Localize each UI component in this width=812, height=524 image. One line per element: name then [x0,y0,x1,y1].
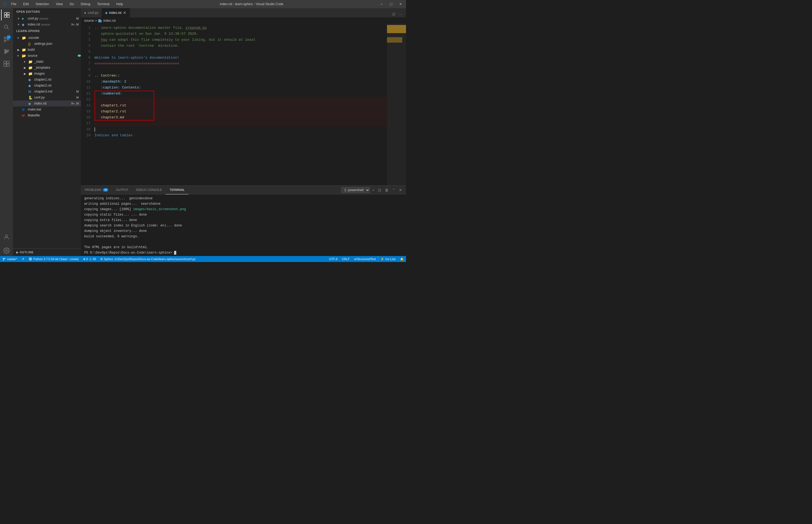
tab-terminal[interactable]: TERMINAL [166,186,189,194]
account-activity-icon[interactable] [1,233,12,244]
line-ending-status[interactable]: CRLF [340,256,352,262]
maximize-button[interactable]: □ [388,2,394,6]
expand-icon: ▾ [17,36,22,39]
make-bat-file[interactable]: ⊞ make.bat [13,107,81,112]
image-link[interactable]: images/basic_screenshot.png [133,208,186,211]
svg-line-11 [6,39,7,41]
menu-selection[interactable]: Selection [34,2,50,6]
python-env-status[interactable]: Python 3.7.5 64-bit ('base': conda) [26,256,81,262]
code-line-9: .. toctree:: [95,73,387,79]
language-mode-status[interactable]: reStructuredText [352,256,378,262]
svg-rect-14 [4,61,6,64]
static-folder[interactable]: ▾ 📁 _static [13,59,81,65]
menu-help[interactable]: Help [115,2,124,6]
encoding-status[interactable]: UTF-8 [327,256,339,262]
open-editors-header[interactable]: OPEN EDITORS [13,8,81,15]
open-editor-conf-py[interactable]: ✕ ● conf.py source M [13,15,81,21]
code-line-4: contain the root `toctree` directive. [95,43,387,49]
tab-debug-console[interactable]: DEBUG CONSOLE [132,186,166,194]
index-rst-file[interactable]: ◆ index.rst 9+, M [13,100,81,107]
git-branch-status[interactable]: master* [0,256,19,262]
tab-index-rst[interactable]: ◆ index.rst ✕ [102,8,130,17]
code-content[interactable]: .. learn-sphinx documentation master fil… [95,23,387,185]
split-terminal-icon[interactable]: ⊡ [377,187,383,193]
templates-folder[interactable]: ▶ 📁 _templates [13,65,81,70]
sync-status[interactable]: ↺ [19,256,26,262]
project-header[interactable]: LEARN-SPHINX [13,28,81,35]
terminal-dropdown[interactable]: 1: powershell [341,187,370,193]
add-terminal-icon[interactable]: + [371,187,376,193]
delete-terminal-icon[interactable]: 🗑 [384,187,390,193]
menu-file[interactable]: File [10,2,18,6]
minimize-button[interactable]: − [379,2,384,6]
sync-icon: ↺ [22,257,24,261]
menu-edit[interactable]: Edit [22,2,30,6]
menu-view[interactable]: View [54,2,64,6]
tab-close-button[interactable]: ✕ [123,11,126,15]
code-line-3: You can adapt this file completely to yo… [95,37,387,43]
menu-terminal[interactable]: Terminal [96,2,111,6]
sphinx-config-status[interactable]: ⚙ Sphinx: d:\DevOps\Repos\Docs-as-Code\l… [98,256,198,262]
code-line-16: chapter3.md [95,115,387,120]
makefile-file[interactable]: M Makefile [13,112,81,118]
rst-file-icon: ◆ [28,78,33,82]
menu-debug[interactable]: Debug [79,2,92,6]
build-folder[interactable]: ▶ 📁 build [13,47,81,53]
menu-go[interactable]: Go [68,2,75,6]
editor-content[interactable]: 12345 678910 1112131415 16171819 .. lear… [81,23,406,185]
settings-json-file[interactable]: {} settings.json [13,41,81,47]
errors-warnings-status[interactable]: ⊗ 0 ⚠ 48 [81,256,98,262]
code-line-19: Indices and tables [95,132,387,138]
code-line-5 [95,49,387,55]
chapter1-rst-file[interactable]: ◆ chapter1.rst [13,77,81,83]
menu-bar[interactable]: File Edit Selection View Go Debug Termin… [10,2,124,6]
source-folder[interactable]: ▾ 📂 source [13,53,81,59]
open-editors-list: ✕ ● conf.py source M ✕ ◆ index.rst sourc… [13,15,81,28]
folder-icon: 📁 [28,72,33,76]
svg-rect-2 [4,15,6,17]
source-control-activity-icon[interactable]: 17 [1,34,12,45]
open-editor-index-rst[interactable]: ✕ ◆ index.rst source 9+, M [13,21,81,28]
chapter2-rst-file[interactable]: ◆ chapter2.rst [13,83,81,88]
svg-rect-16 [4,64,6,66]
tab-output[interactable]: OUTPUT [112,186,132,194]
notifications-status[interactable]: 🔔 [398,256,406,262]
code-line-7: ======================================== [95,61,387,67]
close-panel-icon[interactable]: ✕ [398,187,403,193]
index-rst-modified: 9+, M [71,23,81,26]
more-actions-icon[interactable]: ··· [398,11,403,17]
search-activity-icon[interactable] [1,22,12,33]
collapsed-icon: ▶ [24,72,28,75]
bell-icon: 🔔 [400,257,404,261]
images-folder[interactable]: ▶ 📁 images [13,70,81,77]
breadcrumb-file[interactable]: index.rst [98,19,116,23]
code-line-10: :maxdepth: 2 [95,79,387,85]
folder-icon: 📁 [28,60,33,64]
vscode-folder[interactable]: ▾ 📁 .vscode [13,35,81,41]
breadcrumb: source > index.rst [81,18,406,23]
code-line-15: chapter2.rst [95,109,387,115]
red-box-container: chapter1.rst chapter2.rst chapter3.md [95,103,387,127]
md-file-icon: M [28,89,33,94]
rst-file-icon: ◆ [22,22,27,27]
explorer-activity-icon[interactable] [1,10,12,20]
json-file-icon: {} [28,42,33,46]
conf-py-file[interactable]: 🐍 conf.py M [13,95,81,100]
settings-activity-icon[interactable] [1,245,12,256]
python-env-label: Python 3.7.5 64-bit ('base': conda) [33,257,79,261]
extensions-activity-icon[interactable] [1,59,12,69]
terminal-content[interactable]: generating indices... genindexdone writi… [81,194,406,256]
go-live-status[interactable]: ⚡ Go Live [378,256,398,262]
tab-conf-py[interactable]: ● conf.py [81,8,102,17]
window-controls[interactable]: − □ × [379,2,403,6]
outline-header[interactable]: ▶ OUTLINE [13,248,81,256]
close-button[interactable]: × [398,2,403,6]
breadcrumb-source[interactable]: source [84,19,94,22]
maximize-panel-icon[interactable]: ⌃ [391,187,396,193]
split-editor-icon[interactable]: ⊡ [391,11,396,17]
tab-problems[interactable]: PROBLEMS 48 [81,186,112,194]
chapter3-md-file[interactable]: M chapter3.md M [13,88,81,95]
run-activity-icon[interactable] [1,46,12,57]
minimap-highlight-1 [387,25,406,33]
build-folder-label: build [28,48,34,52]
